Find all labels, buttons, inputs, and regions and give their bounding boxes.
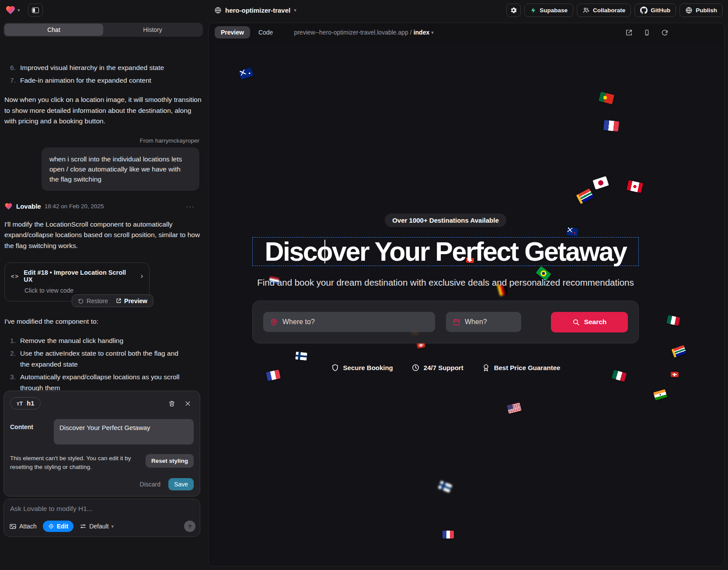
save-button[interactable]: Save	[168, 478, 194, 490]
selected-element-outline[interactable]: Discover Your Perfect Getaway	[252, 237, 639, 266]
model-default-button[interactable]: Default ▾	[80, 523, 114, 530]
list-text: Improved visual hierarchy in the expande…	[20, 62, 164, 73]
list-number: 2.	[4, 348, 16, 370]
project-switcher[interactable]: hero-optimizer-travel ▾	[214, 7, 296, 14]
lovable-heart-icon	[4, 202, 13, 210]
composer-toolbar: Attach Edit Default ▾	[9, 521, 195, 532]
hero-title[interactable]: Discover Your Perfect Getaway	[265, 236, 626, 267]
preview-panel: Preview Code preview--hero-optimizer-tra…	[208, 23, 725, 567]
mobile-view-button[interactable]	[642, 28, 651, 37]
list-item: 7. Fade-in animation for the expanded co…	[4, 75, 202, 86]
tab-chat[interactable]: Chat	[4, 24, 103, 36]
user-message-bubble: when i scroll into the individual locati…	[42, 147, 199, 191]
url-base: preview--hero-optimizer-travel.lovable.a…	[294, 29, 411, 36]
where-to-input[interactable]: Where to?	[263, 312, 435, 332]
edit-version-card[interactable]: <> Edit #18 • Improve Location Scroll UX…	[4, 262, 150, 301]
when-input[interactable]: When?	[446, 312, 521, 332]
list-text: Automatically expand/collapse locations …	[20, 371, 195, 393]
search-icon	[572, 318, 580, 326]
editor-header: ᴛT h1	[10, 397, 194, 409]
styling-note-row: This element can't be styled. You can ed…	[10, 454, 194, 472]
edit-label: Edit	[57, 523, 68, 530]
sliders-icon	[80, 523, 87, 530]
preview-url[interactable]: preview--hero-optimizer-travel.lovable.a…	[294, 29, 433, 36]
gear-icon	[510, 7, 517, 14]
refresh-button[interactable]	[660, 28, 669, 37]
type-icon: ᴛT	[17, 400, 23, 407]
chevron-down-icon: ▾	[431, 30, 434, 35]
restore-button[interactable]: Restore	[78, 297, 108, 304]
edit-card-subtitle: Click to view code	[24, 287, 143, 294]
flag-switzerland	[671, 372, 679, 378]
preview-version-button[interactable]: Preview	[116, 297, 147, 304]
list-number: 3.	[4, 371, 16, 393]
composer-input[interactable]: Ask Lovable to modify H1...	[10, 505, 194, 513]
chat-composer: Ask Lovable to modify H1... Attach Edit …	[3, 499, 200, 537]
sidebar-tabs: Chat History	[3, 23, 203, 37]
project-name: hero-optimizer-travel	[225, 7, 290, 14]
list-item: 6. Improved visual hierarchy in the expa…	[4, 62, 202, 73]
where-to-placeholder: Where to?	[282, 318, 315, 326]
assistant-paragraph: Now when you click on a location image, …	[4, 94, 202, 127]
message-author-label: From harrymckayroper	[4, 137, 202, 144]
feature-secure-booking: Secure Booking	[331, 364, 393, 372]
attach-label: Attach	[19, 523, 37, 530]
list-item: 2. Use the activeIndex state to control …	[4, 348, 202, 370]
sidebar-toggle-button[interactable]	[28, 3, 43, 17]
publish-button[interactable]: Publish	[679, 3, 723, 17]
search-bar: Where to? When? Search	[252, 301, 639, 343]
text-caret	[324, 240, 325, 263]
send-button[interactable]	[184, 521, 195, 532]
chat-sidebar: Chat History 6. Improved visual hierarch…	[0, 20, 206, 570]
close-editor-button[interactable]	[181, 397, 194, 409]
arrow-up-icon	[187, 524, 193, 529]
flag-south-africa	[671, 345, 686, 357]
discard-button[interactable]: Discard	[140, 481, 160, 488]
content-input[interactable]: Discover Your Perfect Getaway	[54, 419, 194, 444]
collaborate-button[interactable]: Collaborate	[577, 3, 631, 17]
trash-icon	[168, 400, 175, 407]
delete-element-button[interactable]	[166, 397, 178, 409]
when-placeholder: When?	[465, 318, 487, 326]
content-field-row: Content Discover Your Perfect Getaway	[10, 419, 194, 444]
github-icon	[640, 7, 648, 14]
github-button[interactable]: GitHub	[634, 3, 676, 17]
list-number: 1.	[4, 335, 16, 346]
lovable-logo-menu[interactable]: ▾	[5, 5, 20, 15]
message-menu-button[interactable]: ···	[186, 203, 202, 210]
flag-usa	[507, 402, 522, 414]
tab-code[interactable]: Code	[258, 29, 273, 36]
topbar-actions: Supabase Collaborate GitHub Publish	[506, 3, 723, 17]
preview-viewport[interactable]: Over 1000+ Destinations Available Discov…	[209, 42, 724, 566]
list-number: 7.	[4, 75, 16, 86]
attach-button[interactable]: Attach	[9, 523, 37, 530]
hero-section: Over 1000+ Destinations Available Discov…	[252, 42, 639, 372]
edit-mode-button[interactable]: Edit	[43, 521, 73, 532]
refresh-icon	[661, 29, 669, 36]
editor-actions: Discard Save	[140, 478, 194, 490]
assistant-paragraph: I'll modify the LocationScroll component…	[4, 219, 202, 252]
external-link-icon	[116, 298, 122, 304]
supabase-label: Supabase	[540, 7, 568, 14]
flag-mexico	[666, 315, 680, 325]
element-tag-pill[interactable]: ᴛT h1	[10, 397, 41, 409]
tab-history[interactable]: History	[103, 24, 202, 36]
settings-button[interactable]	[506, 3, 521, 17]
search-button[interactable]: Search	[551, 312, 628, 332]
lovable-heart-icon	[5, 5, 16, 15]
top-bar: ▾ hero-optimizer-travel ▾ Supabase Colla…	[0, 0, 728, 20]
reset-styling-button[interactable]: Reset styling	[146, 454, 194, 468]
panel-icon	[32, 7, 39, 13]
feature-label: Secure Booking	[343, 364, 393, 371]
destinations-badge: Over 1000+ Destinations Available	[385, 213, 506, 227]
default-label: Default	[89, 523, 108, 530]
list-item: 1. Remove the manual click handling	[4, 335, 202, 346]
open-in-new-tab-button[interactable]	[624, 28, 633, 37]
tab-preview[interactable]: Preview	[215, 26, 250, 38]
feature-label: Best Price Guarantee	[494, 364, 561, 371]
supabase-button[interactable]: Supabase	[524, 3, 573, 17]
people-icon	[582, 7, 590, 14]
assistant-name: Lovable	[16, 203, 41, 210]
external-link-icon	[625, 29, 633, 36]
collaborate-label: Collaborate	[593, 7, 625, 14]
